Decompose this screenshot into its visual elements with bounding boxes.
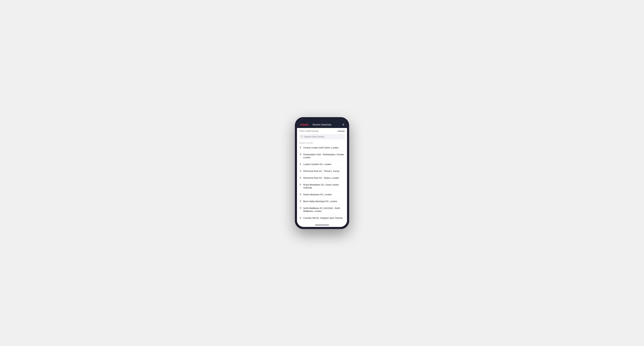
phone-device: clippd Recent Searches ≡ Find a Golf Cou… [295, 117, 349, 229]
course-name: Royal Wimbledon GC, Great London Authori… [303, 183, 344, 189]
course-name: Brent Valley Municipal GC, London [303, 200, 337, 203]
course-name: Coombe Hill GC, Kingston upon Thames [303, 217, 343, 220]
course-list-item[interactable]: Roehampton Club - Roehampton, Greater Lo… [297, 152, 347, 161]
location-pin-icon [300, 177, 302, 180]
menu-icon[interactable]: ≡ [342, 123, 344, 126]
location-pin-icon [300, 217, 302, 220]
location-pin-icon [300, 163, 302, 166]
course-list-item[interactable]: Dukes Meadows GC, London [297, 191, 347, 198]
home-bar [315, 225, 329, 225]
nearby-section-label: Nearby courses [297, 141, 347, 145]
status-bar [297, 119, 347, 122]
search-container [297, 133, 347, 141]
course-name: Richmond Park GC - Duke's, London [303, 176, 339, 180]
course-list-item[interactable]: Royal Wimbledon GC, Great London Authori… [297, 182, 347, 191]
course-list-item[interactable]: North Middlesex GC (1011942 - North Midd… [297, 205, 347, 215]
location-pin-icon [300, 207, 302, 210]
course-name: North Middlesex GC (1011942 - North Midd… [303, 207, 344, 213]
search-input-wrapper [299, 134, 345, 139]
header-title: Recent Searches [312, 123, 331, 126]
home-indicator [297, 223, 347, 227]
location-pin-icon [300, 200, 302, 203]
course-name: Dukes Meadows GC, London [303, 193, 332, 196]
course-name: Richmond Park GC - Prince's, Surrey [303, 170, 340, 173]
location-pin-icon [300, 147, 302, 150]
cancel-button[interactable]: Cancel [338, 130, 344, 132]
course-list-item[interactable]: Richmond Park GC - Prince's, Surrey [297, 168, 347, 175]
phone-screen: clippd Recent Searches ≡ Find a Golf Cou… [297, 119, 347, 227]
content-area: Find a Golf Course Cancel Nearby courses [297, 128, 347, 223]
svg-line-1 [302, 137, 303, 137]
search-input[interactable] [304, 135, 343, 138]
course-name: Roehampton Club - Roehampton, Greater Lo… [303, 153, 344, 159]
course-name: Central London Golf Centre, London [303, 146, 339, 150]
courses-list: Central London Golf Centre, London Roeha… [297, 145, 347, 223]
search-icon [301, 135, 303, 138]
location-pin-icon [300, 170, 302, 173]
course-list-item[interactable]: London Scottish GC, London [297, 161, 347, 168]
course-list-item[interactable]: Richmond Park GC - Duke's, London [297, 175, 347, 182]
location-pin-icon [300, 193, 302, 196]
location-pin-icon [300, 153, 302, 156]
app-header: clippd Recent Searches ≡ [297, 122, 347, 128]
course-name: London Scottish GC, London [303, 163, 332, 166]
find-bar: Find a Golf Course Cancel [297, 128, 347, 133]
course-list-item[interactable]: Coombe Hill GC, Kingston upon Thames [297, 215, 347, 221]
app-logo: clippd [300, 123, 308, 126]
find-label: Find a Golf Course [300, 130, 318, 132]
course-list-item[interactable]: Central London Golf Centre, London [297, 145, 347, 152]
location-pin-icon [300, 183, 302, 186]
course-list-item[interactable]: Brent Valley Municipal GC, London [297, 198, 347, 205]
